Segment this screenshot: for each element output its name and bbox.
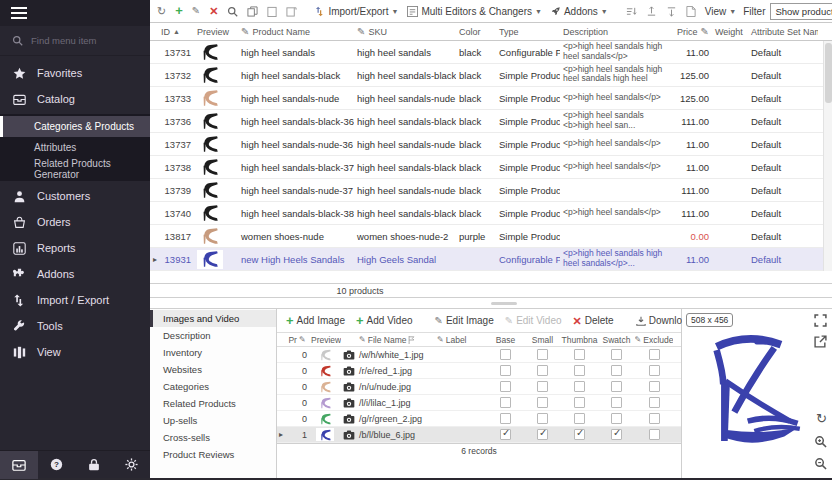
product-row[interactable]: 13732 high heel sandals-black high heel …: [150, 64, 832, 87]
thumbnail-checkbox[interactable]: [574, 429, 585, 440]
product-row[interactable]: 13931 new High Heels Sandals High Geels …: [150, 248, 832, 271]
cell-exclude-checkbox[interactable]: [635, 365, 673, 376]
exclude-checkbox[interactable]: [649, 349, 660, 360]
base-checkbox[interactable]: [500, 381, 511, 392]
exclude-checkbox[interactable]: [649, 365, 660, 376]
detail-tab[interactable]: Product Reviews: [150, 446, 276, 463]
image-row[interactable]: 1 /b/l/blue_6.jpg: [277, 427, 681, 443]
cell-swatch-checkbox[interactable]: [598, 429, 635, 440]
base-checkbox[interactable]: [500, 397, 511, 408]
column-header-type[interactable]: Type: [496, 27, 560, 37]
add-video-button[interactable]: +Add Video: [354, 314, 415, 327]
column-header-thumbnail[interactable]: Thumbna: [561, 335, 598, 345]
addons-button[interactable]: Addons▼: [549, 5, 610, 18]
cell-thumbnail-checkbox[interactable]: [561, 397, 598, 408]
detail-tab[interactable]: Inventory: [150, 344, 276, 361]
column-header-swatch[interactable]: Swatch: [598, 335, 635, 345]
cell-thumbnail-checkbox[interactable]: [561, 413, 598, 424]
swatch-checkbox[interactable]: [611, 349, 622, 360]
sidebar-item-customers[interactable]: Customers: [0, 183, 150, 209]
column-header-product-name[interactable]: ✎Product Name: [238, 27, 354, 37]
detail-tab[interactable]: Images and Video: [150, 310, 276, 327]
cell-thumbnail-checkbox[interactable]: [561, 429, 598, 440]
cell-exclude-checkbox[interactable]: [635, 381, 673, 392]
help-icon[interactable]: ?: [50, 458, 63, 471]
thumbnail-checkbox[interactable]: [574, 365, 585, 376]
detail-tab[interactable]: Categories: [150, 378, 276, 395]
cell-small-checkbox[interactable]: [524, 381, 561, 392]
product-row[interactable]: 13731 high heel sandals high heel sandal…: [150, 41, 832, 64]
collapse-all-button[interactable]: [664, 5, 679, 18]
delete-image-button[interactable]: ✕Delete: [571, 314, 616, 327]
swatch-checkbox[interactable]: [611, 365, 622, 376]
product-row[interactable]: 13736 high heel sandals-black-36 high he…: [150, 110, 832, 133]
small-checkbox[interactable]: [537, 365, 548, 376]
hamburger-menu-icon[interactable]: [11, 7, 27, 19]
sidebar-item-reports[interactable]: Reports: [0, 235, 150, 261]
cell-base-checkbox[interactable]: [487, 397, 524, 408]
multi-editors-button[interactable]: Multi Editors & Changers▼: [405, 5, 544, 18]
column-header-preview[interactable]: Preview: [309, 335, 341, 345]
sidebar-search-input[interactable]: Find menu item: [0, 26, 150, 56]
detail-tab[interactable]: Cross-sells: [150, 429, 276, 446]
base-checkbox[interactable]: [500, 349, 511, 360]
copy-button[interactable]: [245, 5, 260, 18]
product-row[interactable]: 13817 women shoes-nude women shoes-nude-…: [150, 225, 832, 248]
exclude-checkbox[interactable]: [649, 429, 660, 440]
delete-product-button[interactable]: ✕: [207, 5, 220, 17]
edit-product-button[interactable]: ✎: [190, 5, 202, 17]
duplicate-button[interactable]: [284, 5, 299, 18]
cell-swatch-checkbox[interactable]: [598, 365, 635, 376]
image-row[interactable]: 0 /g/r/green_2.jpg: [277, 411, 681, 427]
zoom-in-icon[interactable]: [814, 435, 827, 448]
sidebar-item-favorites[interactable]: Favorites: [0, 60, 150, 86]
open-external-icon[interactable]: [814, 335, 827, 348]
column-header-color[interactable]: Color: [456, 27, 496, 37]
detail-tab[interactable]: Related Products: [150, 395, 276, 412]
sidebar-item-orders[interactable]: Orders: [0, 209, 150, 235]
gear-icon[interactable]: [125, 458, 138, 471]
cell-thumbnail-checkbox[interactable]: [561, 349, 598, 360]
column-header-preview[interactable]: Preview: [194, 27, 238, 37]
column-header-attribute-set[interactable]: Attribute Set Name: [748, 27, 818, 37]
cell-base-checkbox[interactable]: [487, 381, 524, 392]
horizontal-splitter[interactable]: [150, 298, 832, 308]
base-checkbox[interactable]: [500, 429, 511, 440]
add-image-button[interactable]: +Add Image: [284, 314, 347, 327]
detail-tab[interactable]: Websites: [150, 361, 276, 378]
column-header-weight[interactable]: Weight: [712, 27, 748, 37]
cell-swatch-checkbox[interactable]: [598, 413, 635, 424]
cell-exclude-checkbox[interactable]: [635, 397, 673, 408]
base-checkbox[interactable]: [500, 365, 511, 376]
sidebar-item-view[interactable]: View: [0, 339, 150, 365]
footer-catalog-button[interactable]: [0, 451, 38, 479]
cell-base-checkbox[interactable]: [487, 349, 524, 360]
cell-swatch-checkbox[interactable]: [598, 381, 635, 392]
column-header-base[interactable]: Base: [487, 335, 524, 345]
column-header-label[interactable]: ✎Label: [435, 335, 487, 345]
small-checkbox[interactable]: [537, 381, 548, 392]
swatch-checkbox[interactable]: [611, 429, 622, 440]
cell-small-checkbox[interactable]: [524, 429, 561, 440]
cell-exclude-checkbox[interactable]: [635, 349, 673, 360]
column-header-price[interactable]: Price✎: [666, 27, 712, 37]
cell-base-checkbox[interactable]: [487, 429, 524, 440]
product-row[interactable]: 13738 high heel sandals-black-37 high he…: [150, 156, 832, 179]
column-header-file-name[interactable]: ✎File Name: [357, 335, 435, 345]
rotate-icon[interactable]: ↻: [816, 411, 827, 426]
cell-small-checkbox[interactable]: [524, 413, 561, 424]
sidebar-item-categories-products[interactable]: Categories & Products: [0, 116, 150, 137]
image-row[interactable]: 0 /l/i/lilac_1.jpg: [277, 395, 681, 411]
cell-exclude-checkbox[interactable]: [635, 413, 673, 424]
image-row[interactable]: 0 /w/h/white_1.jpg: [277, 347, 681, 363]
exclude-checkbox[interactable]: [649, 397, 660, 408]
vertical-scrollbar[interactable]: [823, 41, 832, 271]
sidebar-item-tools[interactable]: Tools: [0, 313, 150, 339]
small-checkbox[interactable]: [537, 429, 548, 440]
column-header-exclude[interactable]: ✎Exclude: [635, 335, 673, 345]
column-header-id[interactable]: ID▲: [158, 27, 194, 37]
cell-small-checkbox[interactable]: [524, 365, 561, 376]
exclude-checkbox[interactable]: [649, 413, 660, 424]
search-button[interactable]: [225, 5, 240, 18]
small-checkbox[interactable]: [537, 413, 548, 424]
